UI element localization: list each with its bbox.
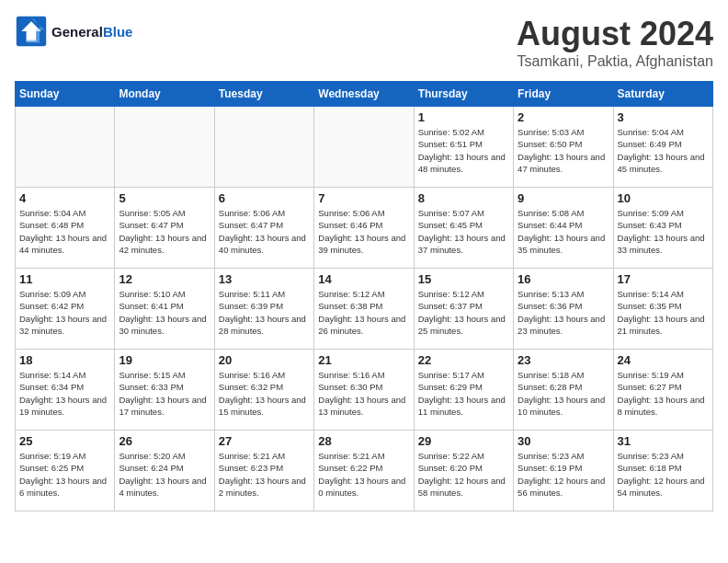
calendar-day-cell: 3Sunrise: 5:04 AMSunset: 6:49 PMDaylight… — [613, 107, 712, 188]
day-info: Sunrise: 5:09 AMSunset: 6:42 PMDaylight:… — [19, 288, 110, 337]
day-number: 19 — [119, 353, 210, 367]
day-info: Sunrise: 5:19 AMSunset: 6:25 PMDaylight:… — [19, 450, 110, 499]
calendar-day-cell: 20Sunrise: 5:16 AMSunset: 6:32 PMDayligh… — [214, 350, 313, 431]
calendar-day-header: Thursday — [414, 82, 513, 107]
calendar-day-cell: 17Sunrise: 5:14 AMSunset: 6:35 PMDayligh… — [613, 269, 712, 350]
calendar-day-cell: 6Sunrise: 5:06 AMSunset: 6:47 PMDaylight… — [214, 188, 313, 269]
calendar-day-cell — [214, 107, 313, 188]
page-header: GeneralBlue August 2024 Tsamkani, Paktia… — [15, 15, 713, 70]
calendar-day-header: Wednesday — [314, 82, 414, 107]
day-info: Sunrise: 5:23 AMSunset: 6:19 PMDaylight:… — [518, 450, 609, 499]
calendar-day-cell: 15Sunrise: 5:12 AMSunset: 6:37 PMDayligh… — [414, 269, 513, 350]
day-number: 10 — [618, 191, 709, 205]
day-info: Sunrise: 5:20 AMSunset: 6:24 PMDaylight:… — [119, 450, 210, 499]
day-info: Sunrise: 5:16 AMSunset: 6:32 PMDaylight:… — [219, 369, 310, 418]
calendar-day-cell: 30Sunrise: 5:23 AMSunset: 6:19 PMDayligh… — [514, 431, 613, 511]
calendar-day-header: Tuesday — [214, 82, 313, 107]
day-number: 25 — [19, 434, 110, 448]
logo: GeneralBlue — [15, 15, 132, 48]
day-number: 7 — [318, 191, 409, 205]
calendar-week-row: 11Sunrise: 5:09 AMSunset: 6:42 PMDayligh… — [16, 269, 713, 350]
day-number: 6 — [219, 191, 310, 205]
subtitle: Tsamkani, Paktia, Afghanistan — [517, 53, 713, 70]
main-title: August 2024 — [517, 15, 713, 53]
day-number: 29 — [418, 434, 509, 448]
calendar-day-cell: 29Sunrise: 5:22 AMSunset: 6:20 PMDayligh… — [414, 431, 513, 511]
calendar-day-cell: 25Sunrise: 5:19 AMSunset: 6:25 PMDayligh… — [16, 431, 115, 511]
calendar-day-cell — [314, 107, 414, 188]
day-number: 28 — [318, 434, 409, 448]
day-number: 16 — [518, 272, 609, 286]
calendar-day-header: Sunday — [16, 82, 115, 107]
calendar-day-cell: 24Sunrise: 5:19 AMSunset: 6:27 PMDayligh… — [613, 350, 712, 431]
day-number: 18 — [19, 353, 110, 367]
calendar-day-cell: 12Sunrise: 5:10 AMSunset: 6:41 PMDayligh… — [115, 269, 214, 350]
day-number: 24 — [618, 353, 709, 367]
day-info: Sunrise: 5:21 AMSunset: 6:23 PMDaylight:… — [219, 450, 310, 499]
day-number: 4 — [19, 191, 110, 205]
day-info: Sunrise: 5:10 AMSunset: 6:41 PMDaylight:… — [119, 288, 210, 337]
day-number: 27 — [219, 434, 310, 448]
day-number: 17 — [618, 272, 709, 286]
calendar-day-cell: 14Sunrise: 5:12 AMSunset: 6:38 PMDayligh… — [314, 269, 414, 350]
calendar-week-row: 18Sunrise: 5:14 AMSunset: 6:34 PMDayligh… — [16, 350, 713, 431]
calendar-day-cell: 4Sunrise: 5:04 AMSunset: 6:48 PMDaylight… — [16, 188, 115, 269]
day-info: Sunrise: 5:02 AMSunset: 6:51 PMDaylight:… — [418, 126, 509, 175]
calendar-day-cell: 2Sunrise: 5:03 AMSunset: 6:50 PMDaylight… — [514, 107, 613, 188]
calendar-day-cell: 26Sunrise: 5:20 AMSunset: 6:24 PMDayligh… — [115, 431, 214, 511]
logo-text: GeneralBlue — [51, 24, 132, 40]
day-number: 1 — [418, 110, 509, 124]
day-info: Sunrise: 5:17 AMSunset: 6:29 PMDaylight:… — [418, 369, 509, 418]
calendar-day-cell: 1Sunrise: 5:02 AMSunset: 6:51 PMDaylight… — [414, 107, 513, 188]
calendar-day-cell: 21Sunrise: 5:16 AMSunset: 6:30 PMDayligh… — [314, 350, 414, 431]
day-number: 5 — [119, 191, 210, 205]
day-info: Sunrise: 5:15 AMSunset: 6:33 PMDaylight:… — [119, 369, 210, 418]
title-section: August 2024 Tsamkani, Paktia, Afghanista… — [517, 15, 713, 70]
day-number: 13 — [219, 272, 310, 286]
day-info: Sunrise: 5:05 AMSunset: 6:47 PMDaylight:… — [119, 207, 210, 256]
day-number: 22 — [418, 353, 509, 367]
logo-icon — [15, 15, 48, 48]
calendar-day-cell: 11Sunrise: 5:09 AMSunset: 6:42 PMDayligh… — [16, 269, 115, 350]
calendar-day-cell: 16Sunrise: 5:13 AMSunset: 6:36 PMDayligh… — [514, 269, 613, 350]
calendar-day-cell: 9Sunrise: 5:08 AMSunset: 6:44 PMDaylight… — [514, 188, 613, 269]
calendar-day-cell: 8Sunrise: 5:07 AMSunset: 6:45 PMDaylight… — [414, 188, 513, 269]
calendar-day-cell: 13Sunrise: 5:11 AMSunset: 6:39 PMDayligh… — [214, 269, 313, 350]
day-info: Sunrise: 5:06 AMSunset: 6:46 PMDaylight:… — [318, 207, 409, 256]
day-info: Sunrise: 5:07 AMSunset: 6:45 PMDaylight:… — [418, 207, 509, 256]
calendar-day-cell — [16, 107, 115, 188]
day-number: 26 — [119, 434, 210, 448]
calendar-day-cell: 10Sunrise: 5:09 AMSunset: 6:43 PMDayligh… — [613, 188, 712, 269]
day-info: Sunrise: 5:04 AMSunset: 6:48 PMDaylight:… — [19, 207, 110, 256]
calendar-day-cell: 5Sunrise: 5:05 AMSunset: 6:47 PMDaylight… — [115, 188, 214, 269]
day-number: 9 — [518, 191, 609, 205]
day-number: 8 — [418, 191, 509, 205]
calendar-header-row: SundayMondayTuesdayWednesdayThursdayFrid… — [16, 82, 713, 107]
calendar-day-cell: 7Sunrise: 5:06 AMSunset: 6:46 PMDaylight… — [314, 188, 414, 269]
day-info: Sunrise: 5:14 AMSunset: 6:35 PMDaylight:… — [618, 288, 709, 337]
day-number: 31 — [618, 434, 709, 448]
calendar-day-cell — [115, 107, 214, 188]
day-number: 11 — [19, 272, 110, 286]
calendar-week-row: 25Sunrise: 5:19 AMSunset: 6:25 PMDayligh… — [16, 431, 713, 511]
day-info: Sunrise: 5:19 AMSunset: 6:27 PMDaylight:… — [618, 369, 709, 418]
day-info: Sunrise: 5:04 AMSunset: 6:49 PMDaylight:… — [618, 126, 709, 175]
day-info: Sunrise: 5:22 AMSunset: 6:20 PMDaylight:… — [418, 450, 509, 499]
calendar-week-row: 4Sunrise: 5:04 AMSunset: 6:48 PMDaylight… — [16, 188, 713, 269]
calendar-day-cell: 19Sunrise: 5:15 AMSunset: 6:33 PMDayligh… — [115, 350, 214, 431]
day-number: 30 — [518, 434, 609, 448]
calendar-day-header: Monday — [115, 82, 214, 107]
day-info: Sunrise: 5:06 AMSunset: 6:47 PMDaylight:… — [219, 207, 310, 256]
calendar-day-cell: 18Sunrise: 5:14 AMSunset: 6:34 PMDayligh… — [16, 350, 115, 431]
day-info: Sunrise: 5:11 AMSunset: 6:39 PMDaylight:… — [219, 288, 310, 337]
day-number: 21 — [318, 353, 409, 367]
day-info: Sunrise: 5:13 AMSunset: 6:36 PMDaylight:… — [518, 288, 609, 337]
day-info: Sunrise: 5:03 AMSunset: 6:50 PMDaylight:… — [518, 126, 609, 175]
day-number: 3 — [618, 110, 709, 124]
day-info: Sunrise: 5:18 AMSunset: 6:28 PMDaylight:… — [518, 369, 609, 418]
calendar-day-cell: 23Sunrise: 5:18 AMSunset: 6:28 PMDayligh… — [514, 350, 613, 431]
day-info: Sunrise: 5:14 AMSunset: 6:34 PMDaylight:… — [19, 369, 110, 418]
day-number: 23 — [518, 353, 609, 367]
calendar-day-header: Saturday — [613, 82, 712, 107]
calendar-day-cell: 22Sunrise: 5:17 AMSunset: 6:29 PMDayligh… — [414, 350, 513, 431]
